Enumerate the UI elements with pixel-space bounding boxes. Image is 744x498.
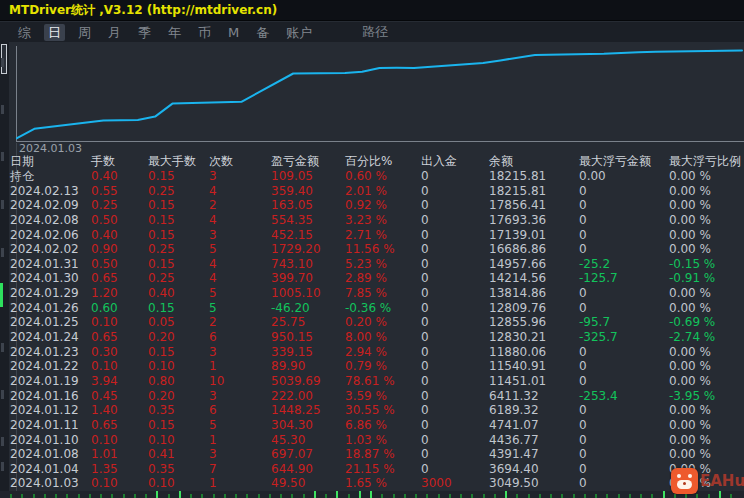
bottom-bar — [246, 494, 248, 498]
bottom-bar — [651, 494, 653, 498]
cell: 0.15 — [148, 345, 209, 360]
menu-item-季[interactable]: 季 — [134, 24, 155, 41]
table-row[interactable]: 2024.01.300.650.254399.702.89 %014214.56… — [0, 271, 744, 286]
table-row[interactable]: 2024.02.090.250.152163.050.92 %017856.41… — [0, 198, 744, 213]
cell: 2024.01.10 — [10, 433, 91, 448]
cell: -0.36 % — [345, 301, 421, 316]
table-row[interactable]: 2024.01.100.100.10145.301.03 %04436.7700… — [0, 433, 744, 448]
column-header[interactable]: 次数 — [209, 154, 271, 169]
table-row[interactable]: 2024.01.260.600.155-46.20-0.36 %012809.7… — [0, 301, 744, 316]
menu-item-年[interactable]: 年 — [164, 24, 185, 41]
cell: 6 — [209, 330, 271, 345]
cell: 5.23 % — [345, 257, 421, 272]
table-row[interactable]: 2024.01.041.350.357644.9021.15 %03694.40… — [0, 462, 744, 477]
cell: 4391.47 — [489, 447, 579, 462]
cell: 0 — [579, 374, 669, 389]
cell: 4741.07 — [489, 418, 579, 433]
menu-item-月[interactable]: 月 — [104, 24, 125, 41]
table-row[interactable]: 2024.02.080.500.154554.353.23 %017693.36… — [0, 213, 744, 228]
column-header[interactable]: 盈亏金额 — [271, 154, 345, 169]
bottom-bar — [438, 494, 440, 498]
cell: 0 — [421, 198, 489, 213]
column-header[interactable]: 手数 — [91, 154, 148, 169]
column-header[interactable]: 余额 — [489, 154, 579, 169]
table-row[interactable]: 2024.01.030.100.10149.501.65 %30003049.5… — [0, 476, 744, 491]
cell: 0.25 — [91, 198, 148, 213]
cell: 0.15 — [148, 169, 209, 184]
column-header[interactable]: 最大浮亏比例 — [669, 154, 744, 169]
cell: 1 — [209, 433, 271, 448]
cell: 2024.01.16 — [10, 389, 91, 404]
cell: 0.10 — [148, 359, 209, 374]
cell: 0.00 % — [669, 374, 744, 389]
table-row[interactable]: 2024.01.160.450.203222.003.59 %06411.32-… — [0, 389, 744, 404]
table-row[interactable]: 2024.01.240.650.206950.158.00 %012830.21… — [0, 330, 744, 345]
column-header[interactable]: 最大浮亏金额 — [579, 154, 669, 169]
cell: 25.75 — [271, 315, 345, 330]
table-row[interactable]: 2024.01.230.300.153339.152.94 %011880.06… — [0, 345, 744, 360]
cell: 17856.41 — [489, 198, 579, 213]
table-row[interactable]: 2024.01.291.200.4051005.107.85 %013814.8… — [0, 286, 744, 301]
cell: 持仓 — [10, 169, 91, 184]
bottom-bar — [235, 494, 237, 498]
menu-path-label[interactable]: 路径 — [362, 23, 388, 41]
table-row[interactable]: 2024.02.020.900.2551729.2011.56 %016686.… — [0, 242, 744, 257]
table-row[interactable]: 2024.01.081.010.413697.0718.87 %04391.47… — [0, 447, 744, 462]
table-row[interactable]: 2024.01.193.940.80105039.6978.61 %011451… — [0, 374, 744, 389]
table-row[interactable]: 2024.01.121.400.3561448.2530.55 %06189.3… — [0, 403, 744, 418]
bottom-bar — [696, 494, 698, 498]
cell: 0 — [579, 198, 669, 213]
menu-item-周[interactable]: 周 — [74, 24, 95, 41]
menu-item-备[interactable]: 备 — [252, 24, 273, 41]
menu-item-账户[interactable]: 账户 — [282, 24, 316, 41]
table-row[interactable]: 2024.01.220.100.10189.900.79 %011540.910… — [0, 359, 744, 374]
cell: 3.23 % — [345, 213, 421, 228]
table-row[interactable]: 2024.01.310.500.154743.105.23 %014957.66… — [0, 257, 744, 272]
column-header[interactable]: 日期 — [10, 154, 91, 169]
cell: 0.15 — [148, 257, 209, 272]
bottom-bar — [539, 494, 541, 498]
cell: 0.15 — [148, 213, 209, 228]
cell: 0 — [421, 418, 489, 433]
bottom-bar — [359, 491, 361, 498]
menu-item-日[interactable]: 日 — [44, 24, 65, 41]
bottom-bar — [44, 494, 46, 498]
balance-curve — [17, 51, 742, 139]
cell: 2024.01.30 — [10, 271, 91, 286]
cell: 0 — [421, 315, 489, 330]
cell: -0.69 % — [669, 315, 744, 330]
cell: 0.40 — [148, 286, 209, 301]
eahub-watermark: EAHub — [671, 468, 744, 494]
cell: 697.07 — [271, 447, 345, 462]
menu-item-币[interactable]: 币 — [194, 24, 215, 41]
table-row[interactable]: 2024.01.250.100.05225.750.20 %012855.96-… — [0, 315, 744, 330]
table-row[interactable]: 2024.02.060.400.153452.152.71 %017139.01… — [0, 228, 744, 243]
cell: 4 — [209, 184, 271, 199]
table-row[interactable]: 2024.01.110.650.155304.306.86 %04741.070… — [0, 418, 744, 433]
window-titlebar[interactable]: MTDriver统计 ,V3.12 (http://mtdriver.cn) — [0, 0, 744, 21]
cell: 0 — [579, 301, 669, 316]
cell: 0.05 — [148, 315, 209, 330]
cell: 3.94 — [91, 374, 148, 389]
cell: 0 — [421, 359, 489, 374]
table-row[interactable]: 2024.02.130.550.254359.402.01 %018215.81… — [0, 184, 744, 199]
cell: 0.00 % — [669, 242, 744, 257]
cell: 10 — [209, 374, 271, 389]
menu-item-综[interactable]: 综 — [14, 24, 35, 41]
column-header[interactable]: 百分比% — [345, 154, 421, 169]
cell: 5039.69 — [271, 374, 345, 389]
cell: 12830.21 — [489, 330, 579, 345]
cell: 1.01 — [91, 447, 148, 462]
cell: 1.40 — [91, 403, 148, 418]
cell: 2 — [209, 315, 271, 330]
menu-item-M[interactable]: M — [224, 24, 243, 41]
cell: 0.15 — [148, 418, 209, 433]
cell: 11451.01 — [489, 374, 579, 389]
column-header[interactable]: 出入金 — [421, 154, 489, 169]
cell: 2024.01.29 — [10, 286, 91, 301]
bottom-bar — [303, 494, 305, 498]
column-header[interactable]: 最大手数 — [148, 154, 209, 169]
cell: 0.00 % — [669, 359, 744, 374]
cell: 0 — [579, 476, 669, 491]
table-row[interactable]: 持仓0.400.153109.050.60 %018215.810.000.00… — [0, 169, 744, 184]
